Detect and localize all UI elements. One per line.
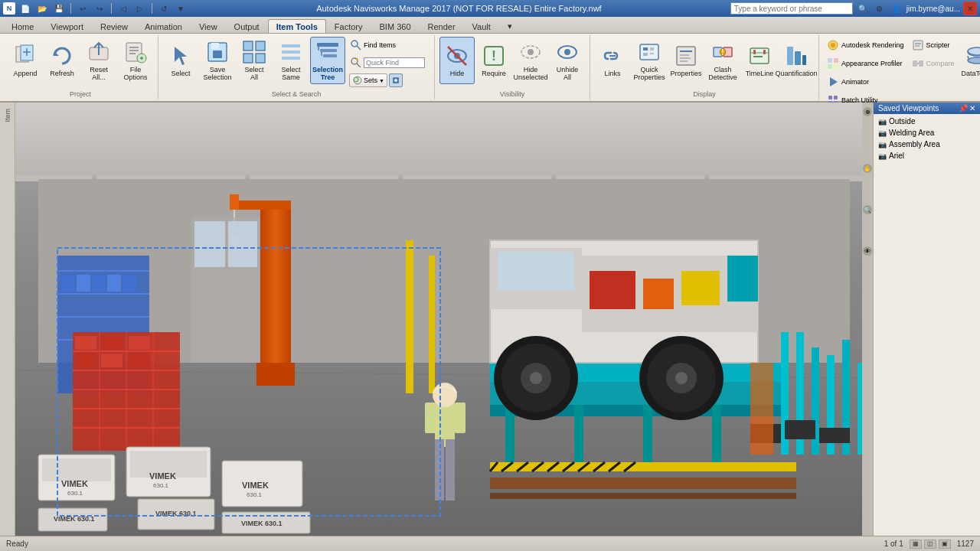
tab-more[interactable]: ▾ [499,18,521,33]
sets-extra-button[interactable] [389,73,403,87]
nav-fwd-btn[interactable]: ▷ [133,2,147,15]
svg-rect-207 [819,428,850,443]
viewpoint-assembly-label: Assembly Area [889,140,940,148]
hide-unselected-label: Hide Unselected [513,66,547,81]
new-btn[interactable]: 📄 [18,2,32,15]
tab-render[interactable]: Render [420,19,464,33]
links-button[interactable]: Links [595,37,630,84]
dropdown-btn[interactable]: ▼ [174,2,188,15]
svg-rect-127 [129,354,150,367]
orbit-control[interactable]: ⊕ [863,107,872,116]
svg-rect-137 [406,240,413,393]
hide-unselected-button[interactable]: Hide Unselected [513,37,548,84]
search-btn[interactable]: 🔍 [856,2,870,15]
view-mode-3[interactable]: ▣ [939,540,951,549]
close-panel-button[interactable]: ✕ [969,104,975,112]
refresh-button[interactable]: Refresh [44,37,80,84]
quick-properties-button[interactable]: Quick Properties [632,37,667,84]
find-items-label: Find Items [364,41,396,49]
sync-btn[interactable]: ↺ [157,2,171,15]
ribbon-group-select-search: Select Save Selection Select All Select … [158,35,435,99]
select-same-button[interactable]: Select Same [273,37,309,84]
autodesk-rendering-button[interactable]: Autodesk Rendering [824,37,907,54]
sets-button[interactable]: Sets ▼ [349,73,387,87]
nav-back-btn[interactable]: ◁ [116,2,130,15]
quantification-button[interactable]: Quantification [779,37,814,84]
viewport[interactable]: VIMEK 630.1 VIMEK 630.1 VIMEK 630.1 VIME… [15,103,873,536]
view-mode-2[interactable]: ◫ [924,540,936,549]
require-button[interactable]: ! Require [476,37,511,84]
redo-btn[interactable]: ↪ [93,2,106,15]
tab-vault[interactable]: Vault [464,19,499,33]
file-options-button[interactable]: File Options [118,37,153,84]
svg-rect-175 [42,458,111,481]
appearance-profiler-button[interactable]: Appearance Profiler [824,55,907,72]
tab-output[interactable]: Output [226,19,268,33]
look-control[interactable]: 👁 [863,246,872,256]
svg-rect-131 [230,194,239,210]
tab-bim360[interactable]: BIM 360 [371,19,420,33]
sets-dropdown-arrow: ▼ [379,78,384,83]
zoom-control[interactable]: 🔍 [863,205,872,214]
compare-button[interactable]: Compare [909,55,958,72]
select-button[interactable]: Select [163,37,198,84]
save-selection-button[interactable]: Save Selection [200,37,235,84]
view-mode-1[interactable]: ▦ [910,540,922,549]
qa-separator [70,3,71,14]
open-btn[interactable]: 📂 [35,2,49,15]
save-btn[interactable]: 💾 [52,2,66,15]
svg-rect-78 [834,64,838,69]
find-items-button[interactable]: Find Items [347,37,430,54]
pin-button[interactable]: 📌 [959,104,968,112]
reset-all-label: Reset All... [90,66,108,81]
unhide-all-button[interactable]: Unhide All [550,37,585,84]
search-input[interactable] [730,2,853,15]
viewpoint-outside[interactable]: 📷 Outside [875,116,978,127]
quick-find-button[interactable] [347,54,430,71]
viewpoint-assembly-area[interactable]: 📷 Assembly Area [875,139,978,150]
svg-rect-111 [107,275,121,292]
viewpoint-welding-icon: 📷 [878,129,887,137]
svg-rect-172 [425,403,436,433]
tab-review[interactable]: Review [92,19,136,33]
datatools-button[interactable]: DataTools [959,37,980,84]
tab-factory[interactable]: Factory [326,19,371,33]
quick-find-icon [350,57,362,69]
properties-button[interactable]: Properties [668,37,704,84]
close-app-btn[interactable]: ✕ [963,2,977,15]
animator-button[interactable]: Animator [824,73,907,90]
quick-properties-icon [637,40,662,64]
svg-rect-24 [282,57,300,60]
tab-viewport[interactable]: Viewport [42,19,92,33]
pan-control[interactable]: ✋ [863,164,872,173]
viewpoint-ariel[interactable]: 📷 Ariel [875,150,978,161]
select-all-button[interactable]: Select All [237,37,272,84]
clash-detective-button[interactable]: ! Clash Detective [705,37,740,84]
quick-find-input[interactable] [364,57,425,68]
svg-rect-18 [243,41,253,51]
svg-rect-138 [429,256,435,393]
tab-animation[interactable]: Animation [136,19,191,33]
reset-all-button[interactable]: Reset All... [81,37,116,84]
hide-button[interactable]: Hide [439,37,475,84]
tab-home[interactable]: Home [3,19,42,33]
tab-view[interactable]: View [191,19,226,33]
help-options-btn[interactable]: ⚙ [873,2,887,15]
svg-point-48 [564,49,570,55]
undo-btn[interactable]: ↩ [76,2,90,15]
svg-rect-148 [498,252,574,290]
svg-rect-109 [77,275,90,292]
append-button[interactable]: Append [8,37,43,84]
viewpoint-welding-area[interactable]: 📷 Welding Area [875,127,978,139]
svg-marker-79 [830,77,838,86]
timeline-button[interactable]: TimeLine [742,37,777,84]
svg-rect-142 [574,405,583,466]
viewport-controls: ⊕ ✋ 🔍 👁 [862,103,873,536]
scripter-button[interactable]: Scripter [909,37,958,54]
tab-item-tools[interactable]: Item Tools [268,19,326,33]
svg-rect-208 [750,363,773,455]
svg-rect-135 [194,221,225,267]
selection-tree-button[interactable]: Selection Tree [310,37,345,84]
svg-rect-56 [677,47,695,65]
left-tab-item[interactable]: Item [2,106,13,126]
